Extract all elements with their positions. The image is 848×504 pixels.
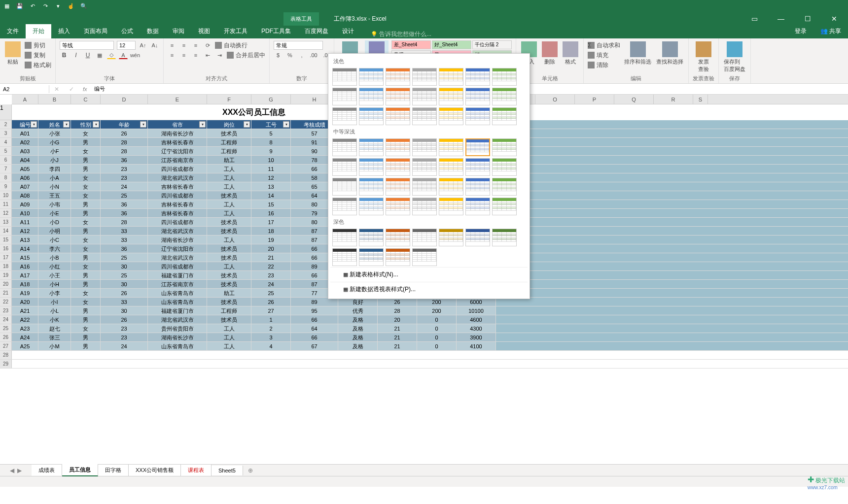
tab-insert[interactable]: 插入 — [51, 24, 77, 38]
tab-data[interactable]: 数据 — [140, 24, 166, 38]
delete-cells-button[interactable]: 删除 — [541, 40, 559, 67]
table-style-thumb[interactable] — [412, 248, 437, 266]
percent-icon[interactable]: % — [285, 51, 294, 59]
indent-dec-icon[interactable]: ⇤ — [203, 51, 212, 59]
table-style-thumb[interactable] — [492, 178, 517, 196]
table-style-thumb[interactable] — [465, 178, 490, 196]
tab-pdf[interactable]: PDF工具集 — [254, 24, 298, 38]
align-left-icon[interactable]: ≡ — [168, 51, 177, 59]
new-sheet-button[interactable]: ⊕ — [243, 465, 258, 476]
table-style-thumb[interactable] — [439, 178, 463, 196]
table-style-thumb[interactable] — [492, 107, 517, 125]
undo-icon[interactable]: ↶ — [29, 2, 36, 10]
filter-button[interactable]: ▾ — [93, 121, 99, 128]
sheet-nav-last-icon[interactable]: ▶ — [17, 467, 22, 474]
close-icon[interactable]: ✕ — [825, 15, 843, 23]
fill-button[interactable]: 填充 — [588, 50, 620, 60]
grow-font-icon[interactable]: A↑ — [139, 41, 147, 49]
sheet-tab-3[interactable]: 田字格 — [98, 465, 129, 476]
table-style-thumb[interactable] — [332, 198, 357, 215]
table-style-thumb[interactable] — [492, 88, 517, 105]
table-style-thumb[interactable] — [492, 229, 517, 246]
tab-home[interactable]: 开始 — [26, 24, 51, 38]
table-style-thumb[interactable] — [332, 248, 357, 266]
align-center-icon[interactable]: ≡ — [179, 51, 188, 59]
name-box[interactable]: A2 — [0, 85, 49, 93]
filter-button[interactable]: ▾ — [199, 121, 206, 128]
indent-inc-icon[interactable]: ⇥ — [215, 51, 224, 59]
table-style-thumb[interactable] — [386, 198, 410, 215]
filter-button[interactable]: ▾ — [140, 121, 146, 128]
table-style-thumb[interactable] — [359, 158, 384, 176]
table-style-thumb[interactable] — [492, 138, 517, 156]
touch-icon[interactable]: ☝ — [67, 2, 75, 10]
table-style-thumb[interactable] — [359, 88, 384, 105]
table-style-thumb[interactable] — [359, 138, 384, 156]
table-style-thumb[interactable] — [465, 88, 490, 105]
tab-file[interactable]: 文件 — [0, 24, 26, 38]
wrap-text-button[interactable]: 自动换行 — [215, 40, 247, 50]
maximize-icon[interactable]: ☐ — [799, 15, 816, 23]
table-style-thumb[interactable] — [412, 178, 437, 196]
table-style-thumb[interactable] — [332, 68, 357, 86]
table-style-thumb[interactable] — [465, 198, 490, 215]
login-button[interactable]: 登录 — [788, 24, 813, 38]
font-color-icon[interactable]: A — [119, 51, 128, 59]
table-style-thumb[interactable] — [359, 68, 384, 86]
table-style-thumb[interactable] — [386, 248, 410, 266]
sort-filter-button[interactable]: 排序和筛选 — [623, 40, 652, 67]
italic-icon[interactable]: I — [71, 51, 80, 59]
autosum-button[interactable]: Σ自动求和 — [588, 40, 620, 50]
border-icon[interactable]: ▦ — [95, 51, 104, 59]
sheet-nav-first-icon[interactable]: ◀ — [10, 467, 14, 474]
tab-view[interactable]: 视图 — [191, 24, 217, 38]
table-style-thumb[interactable] — [439, 158, 463, 176]
tab-dev[interactable]: 开发工具 — [217, 24, 254, 38]
phonetic-icon[interactable]: wén — [131, 51, 140, 59]
underline-icon[interactable]: U — [83, 51, 92, 59]
table-style-thumb[interactable] — [412, 68, 437, 86]
find-select-button[interactable]: 查找和选择 — [655, 40, 684, 67]
table-style-thumb[interactable] — [465, 229, 490, 246]
align-bottom-icon[interactable]: ≡ — [191, 41, 200, 49]
table-style-thumb[interactable] — [359, 229, 384, 246]
font-size-select[interactable] — [117, 41, 136, 50]
table-style-thumb[interactable] — [412, 158, 437, 176]
tell-me-input[interactable]: 💡 告诉我您想做什么... — [371, 30, 431, 38]
minimize-icon[interactable]: ― — [772, 15, 790, 23]
table-style-thumb[interactable] — [359, 198, 384, 215]
fill-color-icon[interactable]: ◇ — [107, 51, 116, 59]
table-style-thumb[interactable] — [332, 229, 357, 246]
table-style-thumb[interactable] — [465, 107, 490, 125]
table-style-thumb[interactable] — [332, 138, 357, 156]
sheet-tab-2[interactable]: 员工信息 — [62, 464, 98, 476]
table-style-thumb[interactable] — [439, 88, 463, 105]
currency-icon[interactable]: $ — [274, 51, 283, 59]
table-style-thumb[interactable] — [439, 138, 463, 156]
comma-icon[interactable]: , — [297, 51, 306, 59]
filter-button[interactable]: ▾ — [244, 121, 250, 128]
qat-more-icon[interactable]: ▾ — [54, 2, 62, 10]
table-style-thumb[interactable] — [492, 68, 517, 86]
table-style-thumb[interactable] — [332, 158, 357, 176]
new-pivot-style-item[interactable]: ▦ 新建数据透视表样式(P)... — [330, 282, 528, 297]
clear-button[interactable]: 清除 — [588, 60, 620, 70]
fx-icon[interactable]: fx — [79, 86, 91, 92]
merge-center-button[interactable]: 合并后居中 — [227, 50, 265, 60]
filter-button[interactable]: ▾ — [31, 121, 37, 128]
tab-design[interactable]: 设计 — [335, 24, 361, 38]
table-style-thumb[interactable] — [386, 138, 410, 156]
table-style-thumb[interactable] — [386, 158, 410, 176]
align-middle-icon[interactable]: ≡ — [179, 41, 188, 49]
inc-decimal-icon[interactable]: .00 — [309, 51, 318, 59]
table-style-thumb[interactable] — [439, 198, 463, 215]
table-style-thumb[interactable] — [492, 198, 517, 215]
paste-button[interactable]: 粘贴 — [4, 40, 22, 67]
table-style-thumb[interactable] — [492, 158, 517, 176]
sheet-tab-5[interactable]: 课程表 — [181, 465, 212, 476]
tab-formula[interactable]: 公式 — [114, 24, 140, 38]
table-style-thumb[interactable] — [465, 68, 490, 86]
table-style-thumb[interactable] — [439, 107, 463, 125]
table-style-thumb[interactable] — [359, 248, 384, 266]
sheet-tab-4[interactable]: XXX公司销售额 — [129, 465, 181, 476]
